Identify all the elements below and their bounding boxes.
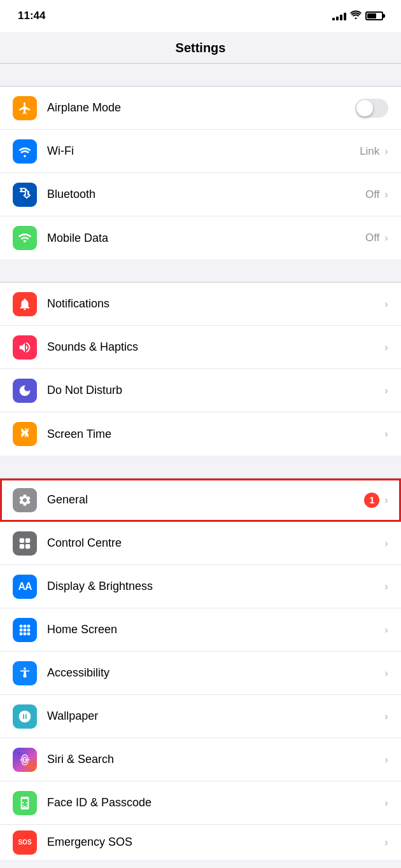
page-title-bar: Settings [0,32,401,64]
face-id-icon [13,791,37,815]
page-title: Settings [176,41,226,55]
status-icons [332,10,383,22]
mobile-data-chevron: › [384,232,388,244]
svg-rect-8 [24,628,27,631]
sounds-haptics-label: Sounds & Haptics [47,340,384,354]
sounds-haptics-chevron: › [384,341,388,354]
control-centre-chevron: › [384,537,388,550]
mobile-data-row[interactable]: Mobile Data Off › [0,216,401,260]
screen-time-label: Screen Time [47,428,384,441]
display-brightness-chevron: › [384,580,388,593]
svg-rect-10 [20,632,23,635]
svg-rect-0 [20,538,24,542]
emergency-sos-chevron: › [384,836,388,849]
control-centre-label: Control Centre [47,536,384,550]
wifi-icon [13,139,37,164]
bluetooth-value: Off [365,188,379,201]
airplane-mode-icon [13,96,37,120]
bluetooth-row[interactable]: ⮷ Bluetooth Off › [0,173,401,216]
airplane-mode-label: Airplane Mode [47,101,355,115]
bluetooth-chevron: › [384,188,388,201]
general-group: General 1 › Control Centre › AA Display … [0,478,401,860]
general-icon [13,488,37,512]
home-screen-icon [13,618,37,642]
svg-rect-12 [27,632,31,635]
emergency-sos-row[interactable]: SOS Emergency SOS › [0,825,401,860]
emergency-sos-label: Emergency SOS [47,836,384,849]
sounds-haptics-row[interactable]: Sounds & Haptics › [0,326,401,369]
notifications-label: Notifications [47,297,384,311]
face-id-row[interactable]: Face ID & Passcode › [0,781,401,825]
svg-point-13 [24,667,26,669]
screen-time-row[interactable]: Screen Time › [0,412,401,456]
home-screen-chevron: › [384,624,388,636]
svg-rect-11 [24,632,27,635]
battery-icon [365,11,383,20]
siri-search-row[interactable]: Siri & Search › [0,738,401,781]
section-gap-top [0,64,401,86]
section-gap-2 [0,260,401,282]
face-id-chevron: › [384,797,388,809]
bluetooth-icon: ⮷ [13,183,37,207]
svg-rect-4 [20,624,23,627]
accessibility-row[interactable]: Accessibility › [0,652,401,695]
emergency-sos-icon: SOS [13,830,37,855]
notifications-icon [13,292,37,316]
wifi-label: Wi-Fi [47,144,360,158]
wifi-chevron: › [384,145,388,158]
section-gap-3 [0,456,401,478]
control-centre-row[interactable]: Control Centre › [0,522,401,565]
accessibility-label: Accessibility [47,666,384,680]
general-chevron: › [384,494,388,507]
accessibility-chevron: › [384,667,388,680]
svg-rect-2 [20,543,24,548]
screen-time-chevron: › [384,428,388,440]
siri-search-label: Siri & Search [47,753,384,766]
svg-rect-7 [20,628,23,631]
connectivity-group: Airplane Mode Wi-Fi Link › ⮷ Bluetooth O… [0,86,401,260]
signal-icon [332,11,346,20]
wifi-value: Link [360,145,379,158]
display-brightness-label: Display & Brightness [47,580,384,593]
display-brightness-row[interactable]: AA Display & Brightness › [0,565,401,608]
do-not-disturb-label: Do Not Disturb [47,384,384,397]
control-centre-icon [13,531,37,556]
do-not-disturb-icon [13,379,37,403]
status-bar: 11:44 [0,0,401,32]
wifi-row[interactable]: Wi-Fi Link › [0,130,401,173]
face-id-label: Face ID & Passcode [47,796,384,809]
wifi-status-icon [350,10,362,22]
home-screen-row[interactable]: Home Screen › [0,608,401,652]
do-not-disturb-row[interactable]: Do Not Disturb › [0,369,401,412]
general-label: General [47,493,364,507]
general-row[interactable]: General 1 › [0,479,401,522]
bluetooth-label: Bluetooth [47,188,365,201]
notifications-group: Notifications › Sounds & Haptics › Do No… [0,282,401,456]
bottom-spacer [0,860,401,868]
airplane-mode-row[interactable]: Airplane Mode [0,87,401,130]
svg-rect-6 [27,624,31,627]
mobile-data-icon [13,226,37,250]
screen-time-icon [13,422,37,446]
wallpaper-icon [13,704,37,729]
display-brightness-icon: AA [13,575,37,599]
airplane-mode-toggle[interactable] [355,99,388,118]
wallpaper-row[interactable]: Wallpaper › [0,695,401,738]
svg-rect-5 [24,624,27,627]
siri-search-icon [13,748,37,772]
do-not-disturb-chevron: › [384,384,388,397]
svg-rect-9 [27,628,31,631]
sounds-haptics-icon [13,335,37,360]
mobile-data-label: Mobile Data [47,232,365,245]
notifications-row[interactable]: Notifications › [0,283,401,326]
status-time: 11:44 [18,10,45,22]
notifications-chevron: › [384,298,388,311]
wallpaper-chevron: › [384,710,388,723]
accessibility-icon [13,661,37,685]
home-screen-label: Home Screen [47,623,384,636]
mobile-data-value: Off [365,232,379,244]
wallpaper-label: Wallpaper [47,710,384,723]
siri-search-chevron: › [384,753,388,766]
svg-rect-1 [25,538,30,542]
svg-rect-3 [25,543,30,548]
